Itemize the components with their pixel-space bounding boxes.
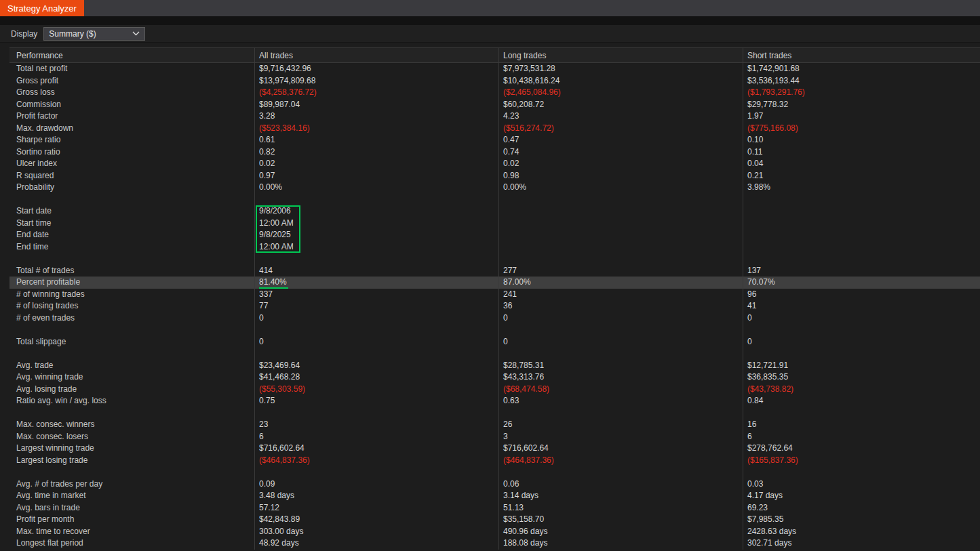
metric-value (743, 466, 980, 478)
metric-value: 0.00% (254, 182, 498, 194)
table-row[interactable]: End date9/8/2025 (9, 229, 980, 241)
metric-label: Start date (9, 205, 254, 218)
metric-value: 4.23 (498, 110, 743, 123)
table-row[interactable]: Max. consec. winners232616 (9, 419, 980, 431)
tab-bar: Strategy Analyzer (0, 0, 980, 16)
table-row[interactable]: # of winning trades33724196 (9, 289, 980, 301)
column-header[interactable]: All trades (254, 48, 498, 62)
table-row[interactable]: Avg. # of trades per day0.090.060.03 (9, 478, 980, 491)
toolbar: Display Summary ($) (0, 25, 980, 43)
metric-value (498, 407, 743, 420)
table-row[interactable]: Gross profit$13,974,809.68$10,438,616.24… (9, 75, 980, 87)
table-row[interactable]: Start date9/8/2006 (9, 205, 980, 218)
table-row[interactable]: Avg. time in market3.48 days3.14 days4.1… (9, 490, 980, 502)
display-dropdown[interactable]: Summary ($) (43, 27, 145, 41)
metric-value: $43,313.76 (498, 371, 743, 384)
metric-value: 0.02 (498, 158, 743, 170)
metric-label: Percent profitable (9, 277, 254, 289)
table-body: Total net profit$9,716,432.96$7,973,531.… (9, 63, 980, 550)
table-row[interactable]: Avg. trade$23,469.64$28,785.31$12,721.91 (9, 360, 980, 372)
column-header[interactable]: Performance (9, 48, 254, 62)
metric-value: 57.12 (254, 502, 498, 514)
metric-label: Ratio avg. win / avg. loss (9, 395, 254, 407)
metric-value: 3.48 days (254, 490, 498, 502)
table-row[interactable]: Max. consec. losers636 (9, 431, 980, 443)
table-row[interactable]: Profit per month$42,843.89$35,158.70$7,9… (9, 514, 980, 526)
table-row[interactable]: Percent profitable81.40%87.00%70.07% (9, 277, 980, 289)
metric-value: $9,716,432.96 (254, 63, 498, 75)
metric-value: $35,158.70 (498, 514, 743, 526)
metric-value: ($775,166.08) (743, 123, 980, 135)
metric-label: Largest winning trade (9, 443, 254, 455)
table-row[interactable]: Total slippage000 (9, 336, 980, 348)
metric-value: 70.07% (743, 277, 980, 289)
table-row[interactable]: Sharpe ratio0.610.470.10 (9, 134, 980, 146)
metric-value (743, 324, 980, 336)
table-row[interactable]: Total net profit$9,716,432.96$7,973,531.… (9, 63, 980, 75)
table-row[interactable]: Probability0.00%0.00%3.98% (9, 182, 980, 194)
metric-label: Max. time to recover (9, 526, 254, 538)
table-row[interactable]: Avg. bars in trade57.1251.1369.23 (9, 502, 980, 514)
table-row[interactable]: Max. time to recover303.00 days490.96 da… (9, 526, 980, 538)
metric-value: $10,438,616.24 (498, 75, 743, 87)
summary-table: PerformanceAll tradesLong tradesShort tr… (9, 47, 980, 550)
metric-label: Max. consec. winners (9, 419, 254, 431)
metric-value: 23 (254, 419, 498, 431)
table-row[interactable]: R squared0.970.980.21 (9, 170, 980, 182)
content-area: PerformanceAll tradesLong tradesShort tr… (0, 43, 980, 550)
column-header[interactable]: Long trades (498, 48, 743, 62)
metric-value: 0.02 (254, 158, 498, 170)
table-row[interactable]: End time12:00 AM (9, 241, 980, 253)
metric-value: $60,208.72 (498, 99, 743, 111)
metric-value: 48.92 days (254, 537, 498, 550)
table-row[interactable]: Total # of trades414277137 (9, 265, 980, 277)
metric-value: 0.97 (254, 170, 498, 182)
table-row[interactable]: Max. drawdown($523,384.16)($516,274.72)(… (9, 123, 980, 135)
metric-label: Total # of trades (9, 265, 254, 277)
metric-value: 3.14 days (498, 490, 743, 502)
table-row[interactable]: Sortino ratio0.820.740.11 (9, 146, 980, 159)
metric-label: Profit factor (9, 110, 254, 123)
table-row[interactable]: Commission$89,987.04$60,208.72$29,778.32 (9, 99, 980, 111)
metric-value: 0 (254, 312, 498, 325)
table-row[interactable]: Ratio avg. win / avg. loss0.750.630.84 (9, 395, 980, 407)
metric-value (743, 205, 980, 218)
metric-value: 0.47 (498, 134, 743, 146)
metric-value: $23,469.64 (254, 360, 498, 372)
metric-value: 302.71 days (743, 537, 980, 550)
chevron-down-icon (132, 31, 140, 36)
table-row[interactable]: Gross loss($4,258,376.72)($2,465,084.96)… (9, 87, 980, 99)
metric-label (9, 348, 254, 360)
table-row[interactable]: # of losing trades773641 (9, 300, 980, 312)
metric-value (254, 253, 498, 265)
metric-value: $1,742,901.68 (743, 63, 980, 75)
metric-value: 0.10 (743, 134, 980, 146)
table-row[interactable]: Largest winning trade$716,602.64$716,602… (9, 443, 980, 455)
metric-value: $716,602.64 (498, 443, 743, 455)
metric-value (743, 348, 980, 360)
metric-label (9, 194, 254, 206)
metric-label: # of winning trades (9, 289, 254, 301)
metric-value: $3,536,193.44 (743, 75, 980, 87)
metric-label: Total slippage (9, 336, 254, 348)
table-row[interactable]: Longest flat period48.92 days188.08 days… (9, 537, 980, 550)
table-row[interactable]: # of even trades000 (9, 312, 980, 325)
metric-value (498, 466, 743, 478)
table-row[interactable]: Profit factor3.284.231.97 (9, 110, 980, 123)
metric-value: ($464,837.36) (498, 455, 743, 467)
metric-value: ($55,303.59) (254, 384, 498, 396)
column-header[interactable]: Short trades (743, 48, 980, 62)
table-row[interactable]: Ulcer index0.020.020.04 (9, 158, 980, 170)
table-row[interactable]: Avg. winning trade$41,468.28$43,313.76$3… (9, 371, 980, 384)
table-row[interactable]: Avg. losing trade($55,303.59)($68,474.58… (9, 384, 980, 396)
metric-value: $716,602.64 (254, 443, 498, 455)
metric-label: Avg. time in market (9, 490, 254, 502)
spacer-row (9, 466, 980, 478)
tab-strategy-analyzer[interactable]: Strategy Analyzer (0, 0, 84, 16)
table-row[interactable]: Largest losing trade($464,837.36)($464,8… (9, 455, 980, 467)
table-row[interactable]: Start time12:00 AM (9, 218, 980, 230)
metric-value: 0.21 (743, 170, 980, 182)
metric-value (498, 229, 743, 241)
display-label: Display (11, 29, 37, 39)
metric-value: 0.98 (498, 170, 743, 182)
